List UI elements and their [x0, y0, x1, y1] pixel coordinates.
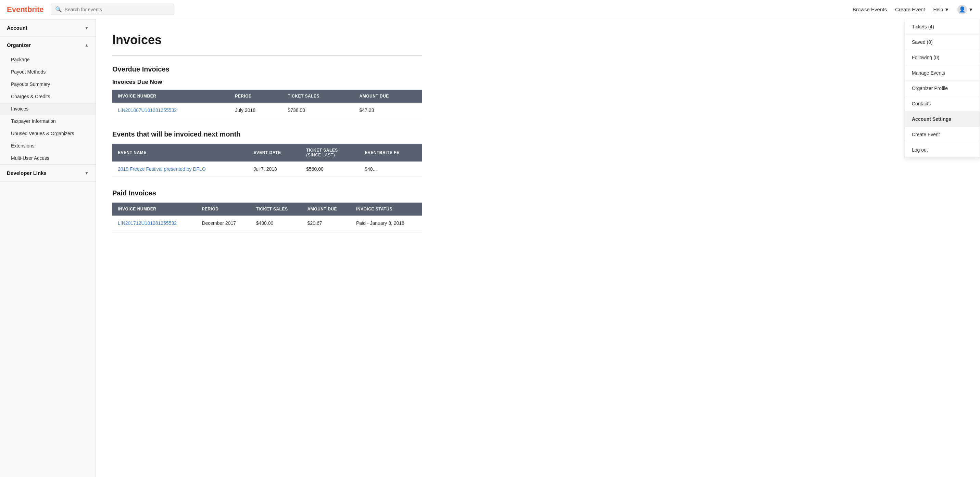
browse-events-link[interactable]: Browse Events: [853, 6, 887, 12]
dropdown-item-contacts[interactable]: Contacts: [905, 96, 980, 111]
dropdown-link-logout[interactable]: Log out: [905, 143, 980, 157]
dropdown-link-saved[interactable]: Saved (0): [905, 35, 980, 50]
sidebar-item-taxpayer[interactable]: Taxpayer Information: [0, 115, 95, 127]
paid-col-ticket-sales: Ticket Sales: [251, 203, 302, 216]
help-label: Help: [933, 7, 943, 12]
table-row: 2019 Freeze Festival presented by DFLO J…: [112, 162, 422, 177]
sidebar-section-organizer[interactable]: Organizer ▲: [0, 36, 95, 53]
title-divider: [112, 55, 422, 56]
dropdown-item-saved[interactable]: Saved (0): [905, 35, 980, 50]
sidebar-link-payout-methods[interactable]: Payout Methods: [0, 66, 95, 78]
sidebar-item-payout-methods[interactable]: Payout Methods: [0, 66, 95, 78]
help-chevron-icon: ▼: [944, 7, 949, 12]
due-now-table-body: LIN201807U101281255532 July 2018 $738.00…: [112, 103, 422, 118]
sidebar-section-account[interactable]: Account ▼: [0, 19, 95, 36]
sidebar-organizer-items: Package Payout Methods Payouts Summary C…: [0, 53, 95, 164]
paid-invoice-link[interactable]: LIN201712U101281255532: [118, 220, 177, 226]
dropdown-item-logout[interactable]: Log out: [905, 143, 980, 157]
sidebar-item-charges-credits[interactable]: Charges & Credits: [0, 90, 95, 103]
dropdown-link-account-settings[interactable]: Account Settings: [905, 111, 980, 127]
help-button[interactable]: Help ▼: [933, 7, 949, 12]
sidebar-link-extensions[interactable]: Extensions: [0, 139, 95, 152]
sidebar-item-invoices[interactable]: Invoices: [0, 103, 95, 115]
paid-invoices-heading: Paid Invoices: [112, 189, 422, 197]
dropdown-link-tickets[interactable]: Tickets (4): [905, 19, 980, 34]
due-now-heading: Invoices Due Now: [112, 79, 422, 86]
eventbrite-fee-cell: $40...: [359, 162, 422, 177]
sidebar-link-package[interactable]: Package: [0, 53, 95, 66]
due-now-table: Invoice Number Period Ticket Sales Amoun…: [112, 90, 422, 118]
sidebar-item-payouts-summary[interactable]: Payouts Summary: [0, 78, 95, 90]
next-month-table-body: 2019 Freeze Festival presented by DFLO J…: [112, 162, 422, 177]
sidebar-link-taxpayer[interactable]: Taxpayer Information: [0, 115, 95, 127]
dropdown-item-create-event[interactable]: Create Event: [905, 127, 980, 143]
dropdown-link-manage-events[interactable]: Manage Events: [905, 65, 980, 81]
search-icon: 🔍: [55, 6, 62, 13]
paid-col-status: Invoice Status: [351, 203, 422, 216]
event-name-cell[interactable]: 2019 Freeze Festival presented by DFLO: [112, 162, 248, 177]
period-cell: July 2018: [229, 103, 282, 118]
sidebar-link-payouts-summary[interactable]: Payouts Summary: [0, 78, 95, 90]
sidebar-link-unused-venues[interactable]: Unused Venues & Organizers: [0, 127, 95, 139]
sidebar-link-charges-credits[interactable]: Charges & Credits: [0, 90, 95, 103]
dropdown-item-manage-events[interactable]: Manage Events: [905, 65, 980, 81]
dropdown-item-tickets[interactable]: Tickets (4): [905, 19, 980, 35]
dropdown-item-following[interactable]: Following (0): [905, 50, 980, 65]
layout: Account ▼ Organizer ▲ Package Payout Met…: [0, 19, 980, 477]
invoice-link[interactable]: LIN201807U101281255532: [118, 108, 177, 113]
col-event-name: Event Name: [112, 144, 248, 162]
user-button[interactable]: 👤 ▼: [958, 5, 973, 14]
due-now-table-header: Invoice Number Period Ticket Sales Amoun…: [112, 90, 422, 103]
invoice-number-cell[interactable]: LIN201807U101281255532: [112, 103, 229, 118]
search-input[interactable]: [65, 7, 170, 12]
paid-header-row: Invoice Number Period Ticket Sales Amoun…: [112, 203, 422, 216]
overdue-invoices-heading: Overdue Invoices: [112, 65, 422, 73]
page-title: Invoices: [112, 33, 422, 47]
event-date-cell: Jul 7, 2018: [248, 162, 301, 177]
sidebar-link-invoices[interactable]: Invoices: [0, 103, 95, 115]
dropdown-item-organizer-profile[interactable]: Organizer Profile: [905, 81, 980, 96]
event-link[interactable]: 2019 Freeze Festival presented by DFLO: [118, 166, 206, 172]
col-invoice-number: Invoice Number: [112, 90, 229, 103]
dropdown-item-account-settings[interactable]: Account Settings: [905, 111, 980, 127]
next-month-table: Event Name Event Date TICKET SALES(SINCE…: [112, 144, 422, 177]
logo[interactable]: Eventbrite: [7, 5, 44, 14]
col-eventbrite-fee: Eventbrite Fe: [359, 144, 422, 162]
create-event-link[interactable]: Create Event: [895, 6, 925, 12]
sidebar-item-extensions[interactable]: Extensions: [0, 139, 95, 152]
next-month-header: Event Name Event Date TICKET SALES(SINCE…: [112, 144, 422, 162]
paid-col-amount-due: Amount Due: [302, 203, 351, 216]
table-row: LIN201712U101281255532 December 2017 $43…: [112, 216, 422, 231]
next-month-heading: Events that will be invoiced next month: [112, 130, 422, 138]
sidebar-section-developer[interactable]: Developer Links ▼: [0, 165, 95, 181]
table-row: LIN201807U101281255532 July 2018 $738.00…: [112, 103, 422, 118]
col-ticket-sales: Ticket Sales: [282, 90, 354, 103]
sidebar-item-unused-venues[interactable]: Unused Venues & Organizers: [0, 127, 95, 139]
amount-due-cell: $47.23: [354, 103, 422, 118]
paid-table-body: LIN201712U101281255532 December 2017 $43…: [112, 216, 422, 231]
paid-table-header: Invoice Number Period Ticket Sales Amoun…: [112, 203, 422, 216]
col-ticket-sales-since: TICKET SALES(SINCE LAST): [301, 144, 359, 162]
sidebar-link-multi-user[interactable]: Multi-User Access: [0, 152, 95, 164]
sidebar: Account ▼ Organizer ▲ Package Payout Met…: [0, 19, 96, 477]
paid-invoice-number-cell[interactable]: LIN201712U101281255532: [112, 216, 196, 231]
col-amount-due: Amount Due: [354, 90, 422, 103]
ticket-sales-cell: $738.00: [282, 103, 354, 118]
dropdown-link-organizer-profile[interactable]: Organizer Profile: [905, 81, 980, 96]
sidebar-section-developer-label: Developer Links: [7, 170, 46, 176]
sidebar-item-multi-user[interactable]: Multi-User Access: [0, 152, 95, 164]
dropdown-link-create-event[interactable]: Create Event: [905, 127, 980, 142]
avatar: 👤: [958, 5, 967, 14]
account-chevron-icon: ▼: [84, 26, 89, 30]
next-month-header-row: Event Name Event Date TICKET SALES(SINCE…: [112, 144, 422, 162]
sidebar-item-package[interactable]: Package: [0, 53, 95, 66]
paid-amount-due-cell: $20.67: [302, 216, 351, 231]
dropdown-link-contacts[interactable]: Contacts: [905, 96, 980, 111]
search-bar[interactable]: 🔍: [51, 4, 174, 15]
sidebar-section-account-label: Account: [7, 25, 27, 31]
dropdown-link-following[interactable]: Following (0): [905, 50, 980, 65]
user-chevron-icon: ▼: [968, 7, 973, 12]
paid-col-period: Period: [196, 203, 250, 216]
due-now-header-row: Invoice Number Period Ticket Sales Amoun…: [112, 90, 422, 103]
col-period: Period: [229, 90, 282, 103]
